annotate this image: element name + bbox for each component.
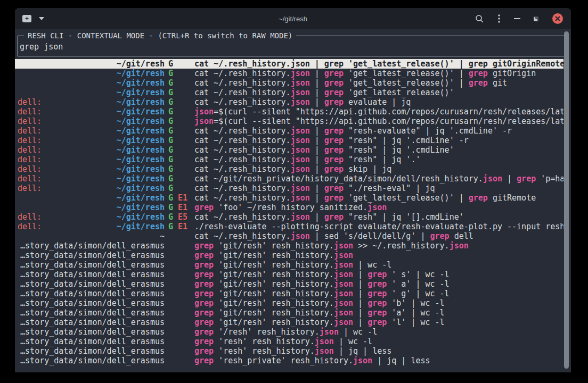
history-row[interactable]: …story_data/simon/dell_erasmusgrep 'git/… bbox=[15, 251, 564, 260]
history-row[interactable]: dell:~/git/reshGcat ~/.resh_history.json… bbox=[15, 184, 564, 193]
row-flag: G bbox=[168, 203, 173, 212]
history-row-selected[interactable]: ~/git/reshGcat ~/.resh_history.json | gr… bbox=[15, 59, 564, 69]
row-directory: ~/git/resh bbox=[117, 97, 165, 107]
match-highlight: grep bbox=[324, 136, 344, 145]
search-query-input[interactable]: grep json bbox=[20, 42, 564, 52]
history-row[interactable]: …story_data/simon/dell_erasmusgrep 'git/… bbox=[15, 298, 564, 308]
history-row[interactable]: dell:~/git/reshGcat ~/.resh_history.json… bbox=[15, 155, 564, 164]
history-row[interactable]: ~/git/reshGcat ~/.resh_history.json | gr… bbox=[15, 88, 564, 97]
history-row[interactable]: dell:~/git/reshGcat ~/.resh_history.json… bbox=[15, 126, 564, 136]
row-flags: G bbox=[165, 155, 194, 164]
match-highlight: json bbox=[291, 59, 310, 69]
history-row[interactable]: …story_data/simon/dell_erasmusgrep 'git/… bbox=[15, 241, 564, 251]
history-row[interactable]: dell:~/git/reshG E1./resh-evaluate --plo… bbox=[15, 222, 564, 231]
match-highlight: json bbox=[315, 337, 334, 346]
match-highlight: grep bbox=[469, 193, 488, 203]
row-host: dell: bbox=[18, 184, 42, 193]
row-directory: ~/git/resh bbox=[117, 222, 165, 231]
match-highlight: grep bbox=[194, 279, 214, 289]
row-context: dell:~/git/resh bbox=[18, 155, 165, 164]
menu-button[interactable] bbox=[497, 14, 501, 23]
row-command: cat ~/.resh_history.json | sed 's/dell/d… bbox=[194, 231, 473, 241]
row-flags: G bbox=[165, 126, 194, 136]
row-directory: ~/git/resh bbox=[117, 107, 165, 116]
terminal-window: + ~/git/resh bbox=[15, 8, 571, 372]
search-button[interactable] bbox=[475, 14, 484, 23]
history-row[interactable]: dell:~/git/reshGjson=$(curl --silent "ht… bbox=[15, 107, 564, 116]
history-row[interactable]: …story_data/simon/dell_erasmusgrep '/res… bbox=[15, 327, 564, 337]
row-command: grep 'resh_private' resh_history.json | … bbox=[194, 356, 430, 365]
scrollbar[interactable] bbox=[564, 31, 569, 369]
history-row[interactable]: …story_data/simon/dell_erasmusgrep 'git/… bbox=[15, 279, 564, 289]
match-highlight: json bbox=[194, 116, 214, 126]
row-command: grep 'git/resh' resh_history.json >> ~/.… bbox=[194, 241, 469, 251]
row-flags bbox=[165, 279, 194, 289]
row-directory: …story_data/simon/dell_erasmus bbox=[20, 298, 165, 308]
row-host: dell: bbox=[18, 136, 42, 145]
history-row[interactable]: dell:~/git/reshGjson=$(curl --silent "ht… bbox=[15, 116, 564, 126]
match-highlight: json bbox=[334, 318, 353, 327]
history-row[interactable]: ~/git/reshGcat ~/.resh_history.json | gr… bbox=[15, 78, 564, 88]
row-flags: G E5 bbox=[165, 212, 194, 222]
match-highlight: grep bbox=[324, 193, 344, 203]
history-row[interactable]: …story_data/simon/dell_erasmusgrep 'resh… bbox=[15, 356, 564, 365]
row-host: dell: bbox=[18, 212, 42, 222]
row-host: dell: bbox=[18, 116, 42, 126]
history-row[interactable]: dell:~/git/reshGcat ~/.resh_history.json… bbox=[15, 164, 564, 174]
row-directory: ~/git/resh bbox=[117, 136, 165, 145]
row-context: dell:~/git/resh bbox=[18, 222, 165, 231]
history-row[interactable]: …story_data/simon/dell_erasmusgrep 'git/… bbox=[15, 260, 564, 270]
row-context: dell:~/git/resh bbox=[18, 97, 165, 107]
history-row[interactable]: dell:~/git/reshG E5cat ~/.resh_history.j… bbox=[15, 212, 564, 222]
history-row[interactable]: ~/git/reshG E1grep 'foo' ~/resh_history_… bbox=[15, 203, 564, 212]
history-row[interactable]: …story_data/simon/dell_erasmusgrep 'resh… bbox=[15, 337, 564, 346]
history-row[interactable]: …story_data/simon/dell_erasmusgrep 'git/… bbox=[15, 270, 564, 279]
match-highlight: json bbox=[334, 270, 353, 279]
row-command: cat ~/.resh_history.json | grep 'get_lat… bbox=[194, 69, 536, 78]
history-row[interactable]: dell:~/git/reshGcat ~/.resh_history.json… bbox=[15, 136, 564, 145]
history-row[interactable]: dell:~/git/reshGcat ~/.resh_history.json… bbox=[15, 97, 564, 107]
row-command: grep 'git/resh' resh_history.json | grep… bbox=[194, 298, 445, 308]
row-context: …story_data/simon/dell_erasmus bbox=[18, 337, 165, 346]
close-button[interactable] bbox=[552, 13, 564, 24]
match-highlight: grep bbox=[324, 184, 344, 193]
match-highlight: json bbox=[194, 107, 214, 116]
row-flags bbox=[165, 308, 194, 318]
row-directory: ~/git/resh bbox=[117, 126, 165, 136]
row-directory: …story_data/simon/dell_erasmus bbox=[20, 308, 165, 318]
row-context: …story_data/simon/dell_erasmus bbox=[18, 279, 165, 289]
history-row[interactable]: …story_data/simon/dell_erasmusgrep 'git/… bbox=[15, 289, 564, 298]
row-flag: G bbox=[168, 222, 173, 231]
history-row[interactable]: ~/git/reshGcat ~/.resh_history.json | gr… bbox=[15, 69, 564, 78]
row-directory: ~/git/resh bbox=[117, 116, 165, 126]
history-row[interactable]: …story_data/simon/dell_erasmusgrep 'resh… bbox=[15, 346, 564, 356]
row-flags bbox=[165, 346, 194, 356]
row-context: …story_data/simon/dell_erasmus bbox=[18, 298, 165, 308]
row-flag: G bbox=[168, 59, 173, 69]
chevron-down-icon[interactable] bbox=[39, 17, 44, 20]
row-directory: ~/git/resh bbox=[117, 145, 165, 155]
row-host: dell: bbox=[18, 222, 42, 231]
row-host: dell: bbox=[18, 164, 42, 174]
row-flags bbox=[165, 270, 194, 279]
row-command: cat ~/.resh_history.json | grep evaluate… bbox=[194, 97, 411, 107]
history-row[interactable]: ~/git/reshG E1cat ~/.resh_history.json |… bbox=[15, 193, 564, 203]
match-highlight: grep bbox=[324, 59, 344, 69]
close-icon bbox=[552, 13, 564, 24]
new-tab-button[interactable]: + bbox=[22, 15, 31, 22]
history-row[interactable]: …story_data/simon/dell_erasmusgrep 'git/… bbox=[15, 318, 564, 327]
row-flag: G bbox=[168, 193, 173, 203]
history-row[interactable]: dell:~/git/reshGcat ~/git/resh_private/h… bbox=[15, 174, 564, 184]
restore-button[interactable] bbox=[534, 16, 538, 21]
row-directory: ~/git/resh bbox=[117, 88, 165, 97]
row-directory: ~/git/resh bbox=[117, 184, 165, 193]
row-context: …story_data/simon/dell_erasmus bbox=[18, 270, 165, 279]
minimize-button[interactable] bbox=[514, 18, 520, 19]
row-context: …story_data/simon/dell_erasmus bbox=[18, 251, 165, 260]
history-row[interactable]: ~cat ~/.resh_history.json | sed 's/dell/… bbox=[15, 231, 564, 241]
row-host: dell: bbox=[18, 145, 42, 155]
search-icon bbox=[475, 14, 484, 23]
history-row[interactable]: …story_data/simon/dell_erasmusgrep 'git/… bbox=[15, 308, 564, 318]
history-row[interactable]: dell:~/git/reshGcat ~/.resh_history.json… bbox=[15, 145, 564, 155]
row-command: cat ~/.resh_history.json | grep "resh" |… bbox=[194, 136, 469, 145]
